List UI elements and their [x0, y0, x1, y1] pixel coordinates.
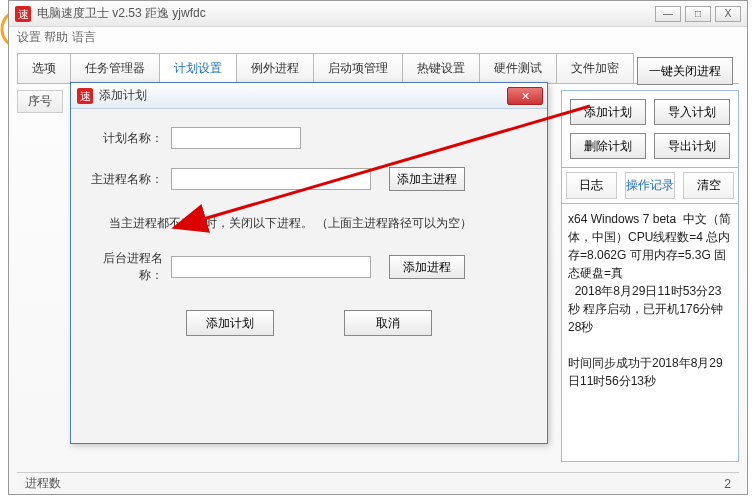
close-button[interactable]: X — [715, 6, 741, 22]
tab-options[interactable]: 选项 — [17, 53, 71, 83]
tab-startup-manager[interactable]: 启动项管理 — [313, 53, 403, 83]
dialog-hint: 当主进程都不存在时，关闭以下进程。 （上面主进程路径可以为空） — [109, 215, 527, 232]
column-header-index: 序号 — [17, 90, 63, 113]
titlebar: 速 电脑速度卫士 v2.53 距逸 yjwfdc — □ X — [9, 1, 747, 27]
tab-bar: 选项 任务管理器 计划设置 例外进程 启动项管理 热键设置 硬件测试 文件加密 — [17, 53, 739, 84]
dialog-close-button[interactable]: ✕ — [507, 87, 543, 105]
log-body: x64 Windows 7 beta 中文（简体，中国）CPU线程数=4 总内存… — [561, 204, 739, 462]
menubar[interactable]: 设置 帮助 语言 — [9, 27, 747, 47]
delete-plan-button[interactable]: 删除计划 — [570, 133, 646, 159]
dialog-cancel-button[interactable]: 取消 — [344, 310, 432, 336]
dialog-ok-button[interactable]: 添加计划 — [186, 310, 274, 336]
tab-hotkey-settings[interactable]: 热键设置 — [402, 53, 480, 83]
tab-plan-settings[interactable]: 计划设置 — [159, 53, 237, 84]
log-tab-clear[interactable]: 清空 — [683, 172, 734, 199]
app-icon: 速 — [15, 6, 31, 22]
status-right-value: 2 — [724, 477, 731, 491]
add-plan-button[interactable]: 添加计划 — [570, 99, 646, 125]
close-all-processes-button[interactable]: 一键关闭进程 — [637, 57, 733, 85]
tab-file-encrypt[interactable]: 文件加密 — [556, 53, 634, 83]
minimize-button[interactable]: — — [655, 6, 681, 22]
right-panel: 添加计划 导入计划 删除计划 导出计划 日志 操作记录 清空 x64 Windo… — [561, 90, 739, 462]
plan-name-label: 计划名称： — [91, 130, 171, 147]
tab-task-manager[interactable]: 任务管理器 — [70, 53, 160, 83]
bg-process-label: 后台进程名称： — [91, 250, 171, 284]
dialog-title: 添加计划 — [99, 87, 507, 104]
status-process-count-label: 进程数 — [25, 475, 61, 492]
log-tab-log[interactable]: 日志 — [566, 172, 617, 199]
main-process-input[interactable] — [171, 168, 371, 190]
add-process-button[interactable]: 添加进程 — [389, 255, 465, 279]
tab-exception-process[interactable]: 例外进程 — [236, 53, 314, 83]
add-plan-dialog: 速 添加计划 ✕ 计划名称： 主进程名称： 添加主进程 当主进程都不存在时，关闭… — [70, 82, 548, 444]
bg-process-input[interactable] — [171, 256, 371, 278]
add-main-process-button[interactable]: 添加主进程 — [389, 167, 465, 191]
export-plan-button[interactable]: 导出计划 — [654, 133, 730, 159]
dialog-icon: 速 — [77, 88, 93, 104]
status-bar: 进程数 2 — [17, 472, 739, 494]
tab-hardware-test[interactable]: 硬件测试 — [479, 53, 557, 83]
window-title: 电脑速度卫士 v2.53 距逸 yjwfdc — [37, 5, 655, 22]
log-tab-operation[interactable]: 操作记录 — [625, 172, 676, 199]
main-process-label: 主进程名称： — [91, 171, 171, 188]
import-plan-button[interactable]: 导入计划 — [654, 99, 730, 125]
plan-name-input[interactable] — [171, 127, 301, 149]
maximize-button[interactable]: □ — [685, 6, 711, 22]
dialog-titlebar: 速 添加计划 ✕ — [71, 83, 547, 109]
